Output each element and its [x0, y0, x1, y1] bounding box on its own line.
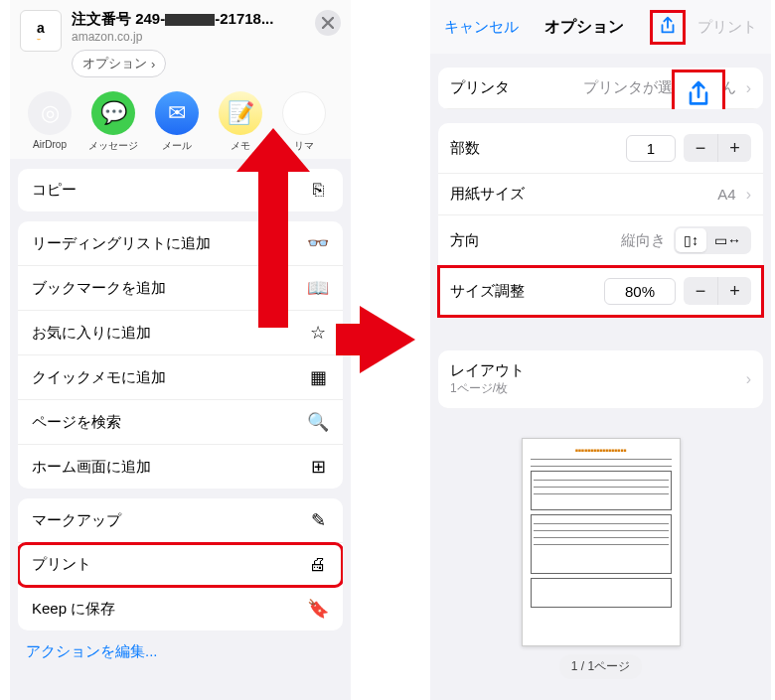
search-on-page-icon: 🔍 [307, 411, 329, 433]
action-group-3: マークアップ✎ プリント🖨 Keep に保存🔖 [18, 498, 343, 630]
share-target-mail[interactable]: ✉メール [145, 91, 209, 153]
amazon-smile-icon: ⌣ [37, 36, 45, 43]
orientation-value: 縦向き [621, 231, 666, 250]
share-target-messages[interactable]: 💬メッセージ [81, 91, 145, 153]
action-quicknote[interactable]: クイックメモに追加▦ [18, 355, 343, 400]
scale-plus-button[interactable]: + [717, 277, 751, 305]
share-icon[interactable] [683, 78, 714, 109]
copies-plus-button[interactable]: + [717, 134, 751, 162]
preview-page-thumbnail: ■■■■■■■■■■■■■■■■■ [522, 438, 681, 646]
action-keep[interactable]: Keep に保存🔖 [18, 587, 343, 630]
mail-icon: ✉ [155, 91, 199, 135]
print-preview[interactable]: ■■■■■■■■■■■■■■■■■ 1 / 1ページ [522, 438, 681, 679]
action-find[interactable]: ページを検索🔍 [18, 400, 343, 445]
copies-stepper: − + [684, 134, 751, 162]
share-page-domain: amazon.co.jp [72, 30, 315, 44]
edit-actions-link[interactable]: アクションを編集... [10, 630, 351, 673]
orientation-segmented: ▯↕ ▭↔ [674, 226, 751, 254]
share-page-title: 注文番号 249--21718... [72, 10, 315, 29]
annotation-box-share-top [650, 10, 686, 45]
print-button-disabled: プリント [698, 18, 757, 37]
print-settings-group: 部数 1 − + 用紙サイズ A4› 方向 縦向き ▯↕ ▭↔ [438, 123, 763, 317]
add-home-icon: ⊞ [307, 456, 329, 478]
page-title: オプション [544, 17, 624, 38]
book-icon: 📖 [307, 277, 329, 299]
navbar: キャンセル オプション プリント [430, 0, 771, 54]
action-group-1: コピー⎘ [18, 169, 343, 211]
messages-icon: 💬 [91, 91, 135, 135]
cancel-button[interactable]: キャンセル [444, 18, 519, 37]
share-sheet-screen: a ⌣ 注文番号 249--21718... amazon.co.jp オプショ… [10, 0, 351, 700]
layout-label: レイアウト [450, 361, 525, 380]
action-bookmark[interactable]: ブックマークを追加📖 [18, 266, 343, 311]
copy-icon: ⎘ [307, 180, 329, 201]
bookmark-solid-icon: 🔖 [307, 598, 329, 620]
chevron-right-icon: › [746, 79, 751, 97]
page-counter: 1 / 1ページ [559, 654, 642, 679]
action-print[interactable]: プリント🖨 [18, 543, 343, 587]
airdrop-icon: ◎ [28, 91, 72, 135]
scale-row: サイズ調整 80% − + [438, 266, 763, 317]
orientation-landscape-button[interactable]: ▭↔ [706, 228, 749, 252]
action-add-homescreen[interactable]: ホーム画面に追加⊞ [18, 445, 343, 489]
site-favicon: a ⌣ [20, 10, 62, 52]
action-reading-list[interactable]: リーディングリストに追加👓 [18, 221, 343, 266]
chevron-right-icon: › [746, 370, 751, 388]
print-options-screen: キャンセル オプション プリント プリンタ プリンタが選択さ せん› 部数 [430, 0, 771, 700]
paper-size-value: A4 [717, 186, 735, 203]
chevron-right-icon: › [746, 186, 751, 204]
scale-stepper: − + [684, 277, 751, 305]
orientation-portrait-button[interactable]: ▯↕ [676, 228, 706, 252]
printer-group: プリンタ プリンタが選択さ せん› [438, 68, 763, 109]
layout-row[interactable]: レイアウト 1ページ/枚 › [438, 350, 763, 408]
copies-value[interactable]: 1 [626, 135, 676, 162]
scale-value[interactable]: 80% [604, 278, 676, 305]
action-group-2: リーディングリストに追加👓 ブックマークを追加📖 お気に入りに追加☆ クイックメ… [18, 221, 343, 489]
print-icon: 🖨 [307, 554, 329, 575]
glasses-icon: 👓 [307, 232, 329, 254]
copies-row: 部数 1 − + [438, 123, 763, 174]
action-favorite[interactable]: お気に入りに追加☆ [18, 311, 343, 355]
share-header: a ⌣ 注文番号 249--21718... amazon.co.jp オプショ… [10, 0, 351, 85]
layout-sublabel: 1ページ/枚 [450, 380, 525, 397]
copies-minus-button[interactable]: − [684, 134, 717, 162]
share-icon[interactable] [657, 15, 679, 37]
star-icon: ☆ [307, 322, 329, 344]
share-target-airdrop[interactable]: ◎AirDrop [18, 91, 81, 153]
annotation-up-arrow [258, 164, 288, 328]
orientation-row: 方向 縦向き ▯↕ ▭↔ [438, 215, 763, 266]
layout-group: レイアウト 1ページ/枚 › [438, 350, 763, 408]
action-markup[interactable]: マークアップ✎ [18, 498, 343, 543]
paper-size-row[interactable]: 用紙サイズ A4› [438, 174, 763, 215]
action-copy[interactable]: コピー⎘ [18, 169, 343, 211]
share-options-chip[interactable]: オプション› [72, 50, 166, 77]
site-letter: a [37, 20, 45, 36]
close-button[interactable] [315, 10, 341, 36]
annotation-box-share-inline [672, 70, 725, 109]
markup-icon: ✎ [307, 509, 329, 531]
annotation-right-arrow [360, 306, 415, 373]
quicknote-icon: ▦ [307, 366, 329, 388]
scale-minus-button[interactable]: − [684, 277, 717, 305]
